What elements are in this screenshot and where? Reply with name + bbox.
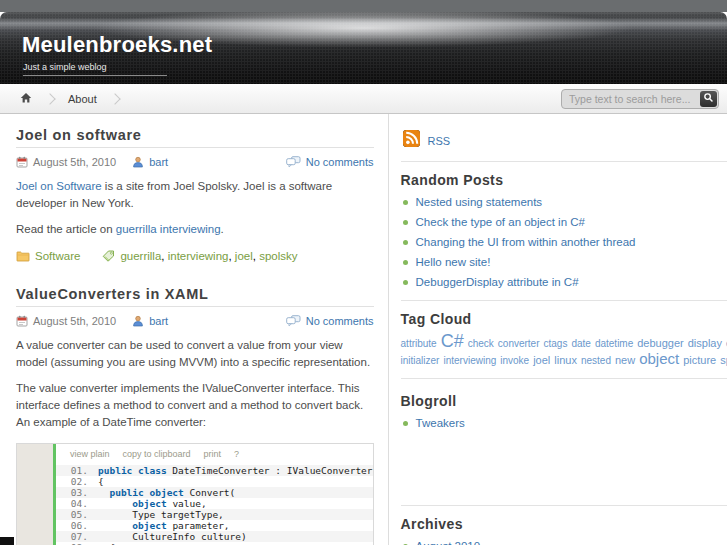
sidebar-link[interactable]: Nested using statements xyxy=(416,196,543,208)
sidebar-link[interactable]: Hello new site! xyxy=(416,256,491,268)
post-tag-link[interactable]: interviewing xyxy=(168,250,229,262)
post-valueconverters: ValueConverters in XAML August 5th, 2010… xyxy=(16,286,374,545)
code-line: 03. public object Convert( xyxy=(56,487,373,498)
post-paragraph: Read the article on guerrilla interviewi… xyxy=(16,221,374,238)
post-tags: guerrilla, interviewing, joel, spolsky xyxy=(102,250,297,262)
tag-cloud-link[interactable]: joel xyxy=(533,354,550,366)
folder-icon xyxy=(16,251,30,262)
list-item: Nested using statements xyxy=(401,195,727,210)
post-meta: August 5th, 2010 bart No comments xyxy=(16,315,374,327)
user-icon xyxy=(132,156,144,168)
site-subtitle: Just a simple weblog xyxy=(23,62,167,76)
comments-icon xyxy=(286,315,301,327)
list-item: Changing the UI from within another thre… xyxy=(401,235,727,250)
tag-cloud-link[interactable]: object xyxy=(639,350,679,367)
blogroll-list: Tweakers xyxy=(401,416,727,431)
post-date: August 5th, 2010 xyxy=(16,156,116,168)
post-paragraph: A value converter can be used to convert… xyxy=(16,337,374,370)
list-item: DebuggerDisplay attribute in C# xyxy=(401,275,727,290)
tag-cloud-link[interactable]: spolsky xyxy=(720,354,727,366)
site-title: Meulenbroeks.net xyxy=(22,32,212,58)
breadcrumb-separator xyxy=(44,93,55,104)
author-link[interactable]: bart xyxy=(149,156,168,168)
rss-link[interactable]: RSS xyxy=(428,135,451,147)
tag-cloud: attributeC#checkconverterctagsdatedateti… xyxy=(401,334,727,368)
sidebar-link[interactable]: DebuggerDisplay attribute in C# xyxy=(416,276,579,288)
nav-about-label: About xyxy=(68,93,97,105)
breadcrumb-separator xyxy=(109,93,120,104)
sidebar-link[interactable]: August 2010 xyxy=(416,540,481,545)
code-toolbar-action[interactable]: print xyxy=(204,449,222,459)
inline-link[interactable]: Joel on Software xyxy=(16,180,102,192)
post-tag-link[interactable]: spolsky xyxy=(259,250,297,262)
tag-cloud-link[interactable]: new xyxy=(615,354,635,366)
post-author: bart xyxy=(132,315,168,327)
tag-cloud-link[interactable]: check xyxy=(468,338,494,349)
code-block: view plaincopy to clipboardprint? 01.pub… xyxy=(16,443,374,545)
paragraph-text: . xyxy=(221,223,224,235)
tag-cloud-link[interactable]: debugger xyxy=(637,337,684,349)
archives-list: August 2010 xyxy=(401,539,727,545)
post-author: bart xyxy=(132,156,168,168)
category-link[interactable]: Software xyxy=(35,250,80,262)
calendar-icon xyxy=(16,156,28,168)
content-column: Joel on software August 5th, 2010 bart xyxy=(0,114,388,545)
comments-icon xyxy=(286,156,301,168)
blogroll-categories-row: Blogroll Tweakers Categories Photography… xyxy=(401,389,727,496)
tag-cloud-link[interactable]: interviewing xyxy=(443,355,496,366)
inline-link[interactable]: guerrilla interviewing xyxy=(116,223,221,235)
tag-cloud-link[interactable]: attribute xyxy=(401,338,437,349)
tag-cloud-link[interactable]: datetime xyxy=(595,338,633,349)
author-link[interactable]: bart xyxy=(149,315,168,327)
code-toolbar-action[interactable]: copy to clipboard xyxy=(123,449,191,459)
rss-widget: RSS xyxy=(403,130,727,151)
code-toolbar: view plaincopy to clipboardprint? xyxy=(56,444,373,465)
tag-cloud-link[interactable]: C# xyxy=(441,331,464,351)
comments-link[interactable]: No comments xyxy=(306,156,374,168)
sidebar-divider xyxy=(401,300,727,301)
post-comments: No comments xyxy=(286,156,374,168)
tag-cloud-link[interactable]: linux xyxy=(554,354,577,366)
comments-link[interactable]: No comments xyxy=(306,315,374,327)
post-joel-on-software: Joel on software August 5th, 2010 bart xyxy=(16,127,374,262)
tag-cloud-link[interactable]: invoke xyxy=(500,355,529,366)
sidebar-link[interactable]: Check the type of an object in C# xyxy=(416,216,585,228)
tag-cloud-link[interactable]: display xyxy=(688,337,722,349)
search-input[interactable] xyxy=(561,89,719,109)
sidebar-divider xyxy=(401,161,727,162)
tag-cloud-link[interactable]: date xyxy=(571,338,590,349)
code-toolbar-action[interactable]: view plain xyxy=(70,449,110,459)
nav-about[interactable]: About xyxy=(58,84,107,113)
search-button[interactable] xyxy=(700,91,717,107)
code-lines: 01.public class DateTimeConverter : IVal… xyxy=(56,465,373,545)
site-header: Meulenbroeks.net Just a simple weblog xyxy=(0,12,727,84)
tag-icon xyxy=(102,250,115,262)
code-line: 06. object parameter, xyxy=(56,520,373,531)
code-main: view plaincopy to clipboardprint? 01.pub… xyxy=(56,444,373,545)
post-tag-link[interactable]: guerrilla xyxy=(120,250,161,262)
code-toolbar-action[interactable]: ? xyxy=(234,449,239,459)
sidebar-link[interactable]: Changing the UI from within another thre… xyxy=(416,236,636,248)
tag-cloud-link[interactable]: ctags xyxy=(544,338,568,349)
section-title: Tag Cloud xyxy=(401,311,727,327)
home-button[interactable] xyxy=(10,84,42,113)
random-posts-section: Random Posts Nested using statementsChec… xyxy=(401,172,727,290)
post-paragraph: Joel on Software is a site from Joel Spo… xyxy=(16,178,374,211)
tag-cloud-link[interactable]: picture xyxy=(683,354,716,366)
tag-cloud-link[interactable]: nested xyxy=(581,355,611,366)
code-line: 07. CultureInfo culture) xyxy=(56,531,373,542)
random-posts-list: Nested using statementsCheck the type of… xyxy=(401,195,727,290)
post-date: August 5th, 2010 xyxy=(16,315,116,327)
list-item: August 2010 xyxy=(401,539,727,545)
top-strip xyxy=(0,0,727,12)
post-tag-link[interactable]: joel xyxy=(235,250,253,262)
rss-icon[interactable] xyxy=(403,130,420,151)
code-line: 05. Type targetType, xyxy=(56,509,373,520)
post-comments: No comments xyxy=(286,315,374,327)
tag-cloud-link[interactable]: converter xyxy=(498,338,540,349)
archives-section: Archives August 2010 xyxy=(401,516,727,545)
post-title: ValueConverters in XAML xyxy=(16,286,374,307)
list-item: Hello new site! xyxy=(401,255,727,270)
sidebar-link[interactable]: Tweakers xyxy=(416,417,465,429)
post-meta: August 5th, 2010 bart No comments xyxy=(16,156,374,168)
